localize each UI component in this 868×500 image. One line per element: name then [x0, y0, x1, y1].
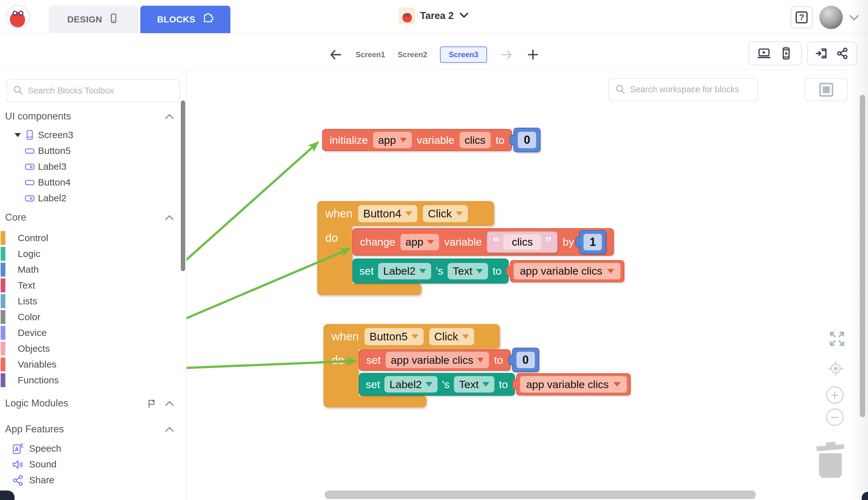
dropdown-triangle-icon	[425, 382, 432, 387]
dropdown-value: app	[406, 236, 424, 248]
block-set-label-text[interactable]: set Label2 's Text to app variable clics	[359, 373, 631, 396]
variable-getter-block[interactable]: app variable clics	[516, 373, 631, 395]
block-keyword: set	[366, 378, 380, 391]
block-set-label-text[interactable]: set Label2 's Text to app variable clics	[352, 259, 624, 284]
getter-dropdown[interactable]: app variable clics	[514, 263, 621, 280]
tab-blocks[interactable]: BLOCKS	[140, 6, 230, 33]
tree-item-screen3[interactable]: Screen3	[0, 127, 186, 143]
tab-design[interactable]: DESIGN	[49, 6, 138, 33]
dropdown-triangle-icon	[405, 212, 412, 216]
category-text[interactable]: Text	[0, 277, 186, 293]
number-block[interactable]: 0	[513, 128, 540, 152]
trash-icon[interactable]	[816, 441, 846, 479]
project-switcher[interactable]: Tarea 2	[399, 8, 469, 24]
label-icon	[24, 192, 35, 205]
toolbox-search-input[interactable]	[28, 86, 161, 96]
number-value[interactable]: 0	[518, 132, 536, 148]
forward-arrow-icon[interactable]	[500, 48, 514, 61]
add-screen-button[interactable]	[526, 48, 539, 61]
number-block[interactable]: 1	[579, 230, 606, 254]
block-keyword: when	[332, 330, 359, 343]
number-block[interactable]: 0	[512, 348, 539, 372]
workspace-search-input[interactable]	[630, 85, 750, 94]
thunkable-logo[interactable]	[6, 5, 30, 29]
block-change-variable[interactable]: change app variable “ clics ” by 1	[352, 228, 614, 256]
scope-dropdown[interactable]: app	[373, 132, 412, 148]
number-value[interactable]: 1	[583, 234, 602, 250]
blocks-toolbox-sidebar: UI components Screen3 Button5 Label3	[0, 70, 186, 500]
chevron-down-icon[interactable]	[459, 11, 469, 20]
scope-dropdown[interactable]: app	[400, 234, 439, 250]
getter-dropdown[interactable]: app variable clics	[520, 376, 627, 393]
variable-getter-block[interactable]: app variable clics	[510, 260, 625, 282]
tree-expander-icon[interactable]	[14, 133, 21, 137]
tab-screen3-active[interactable]: Screen3	[440, 46, 487, 63]
category-lists[interactable]: Lists	[0, 293, 186, 309]
feature-sound[interactable]: Sound	[0, 456, 186, 472]
tree-item-label: Screen3	[38, 129, 73, 140]
block-initialize-variable[interactable]: initialize app variable clics to 0	[322, 128, 540, 152]
install-on-device-icon[interactable]	[814, 46, 829, 60]
tree-item-button4[interactable]: Button4	[0, 174, 186, 190]
speech-icon	[11, 442, 25, 457]
share-icon[interactable]	[835, 46, 849, 60]
sidebar-scrollbar[interactable]	[181, 101, 185, 271]
minimap-toggle-button[interactable]	[804, 78, 848, 101]
chevron-up-icon[interactable]	[165, 400, 174, 408]
category-math[interactable]: Math	[0, 262, 186, 277]
feature-label: Share	[29, 475, 54, 486]
edge-shading	[850, 0, 868, 500]
number-value[interactable]: 0	[516, 352, 535, 368]
tree-item-label2[interactable]: Label2	[0, 190, 186, 206]
category-control[interactable]: Control	[0, 230, 186, 246]
variable-dropdown[interactable]: app variable clics	[386, 352, 489, 368]
variable-name-field[interactable]: clics	[460, 132, 491, 148]
category-color[interactable]: Color	[0, 309, 186, 325]
workspace-horizontal-scrollbar[interactable]	[324, 490, 756, 499]
tab-blocks-label: BLOCKS	[157, 14, 195, 25]
tree-item-label3[interactable]: Label3	[0, 159, 186, 174]
tab-screen1[interactable]: Screen1	[356, 50, 385, 59]
category-swatch	[1, 231, 5, 245]
feature-share[interactable]: Share	[0, 472, 186, 488]
string-block[interactable]: “ clics ”	[487, 231, 558, 253]
help-button[interactable]: ?	[790, 6, 813, 29]
back-arrow-icon[interactable]	[329, 47, 343, 62]
component-dropdown[interactable]: Button5	[364, 328, 424, 345]
category-swatch	[1, 342, 5, 355]
publish-group	[807, 42, 857, 66]
add-module-icon[interactable]	[146, 399, 157, 411]
dropdown-value: Button4	[363, 207, 401, 220]
tree-item-button5[interactable]: Button5	[0, 143, 186, 159]
component-dropdown[interactable]: Label2	[384, 376, 437, 393]
tab-screen2[interactable]: Screen2	[398, 50, 427, 59]
chevron-up-icon[interactable]	[165, 113, 174, 121]
chevron-up-icon[interactable]	[165, 426, 174, 434]
category-functions[interactable]: Functions	[0, 372, 186, 388]
category-label: Device	[18, 327, 47, 338]
avatar[interactable]	[819, 6, 843, 29]
zoom-out-button[interactable]: −	[826, 408, 844, 426]
property-dropdown[interactable]: Text	[454, 376, 494, 393]
property-dropdown[interactable]: Text	[448, 263, 488, 280]
feature-speech[interactable]: Speech	[0, 441, 186, 456]
dropdown-value: app	[378, 134, 396, 146]
block-set-variable[interactable]: set app variable clics to 0	[359, 348, 539, 372]
account-chevron-down-icon[interactable]	[848, 14, 860, 23]
category-device[interactable]: Device	[0, 325, 186, 341]
string-value[interactable]: clics	[503, 234, 541, 250]
event-dropdown[interactable]: Click	[423, 205, 468, 222]
category-logic[interactable]: Logic	[0, 246, 186, 262]
component-dropdown[interactable]: Label2	[378, 263, 431, 280]
category-variables[interactable]: Variables	[0, 356, 186, 372]
component-dropdown[interactable]: Button4	[358, 205, 417, 222]
workspace-vertical-scrollbar[interactable]	[860, 95, 865, 417]
zoom-in-button[interactable]: +	[826, 386, 844, 404]
event-dropdown[interactable]: Click	[429, 328, 474, 345]
chevron-up-icon[interactable]	[165, 214, 174, 222]
center-blocks-icon[interactable]	[826, 359, 846, 380]
web-preview-icon[interactable]	[757, 46, 771, 60]
fit-blocks-icon[interactable]	[827, 329, 847, 350]
category-objects[interactable]: Objects	[0, 341, 186, 356]
live-test-icon[interactable]	[779, 46, 793, 60]
